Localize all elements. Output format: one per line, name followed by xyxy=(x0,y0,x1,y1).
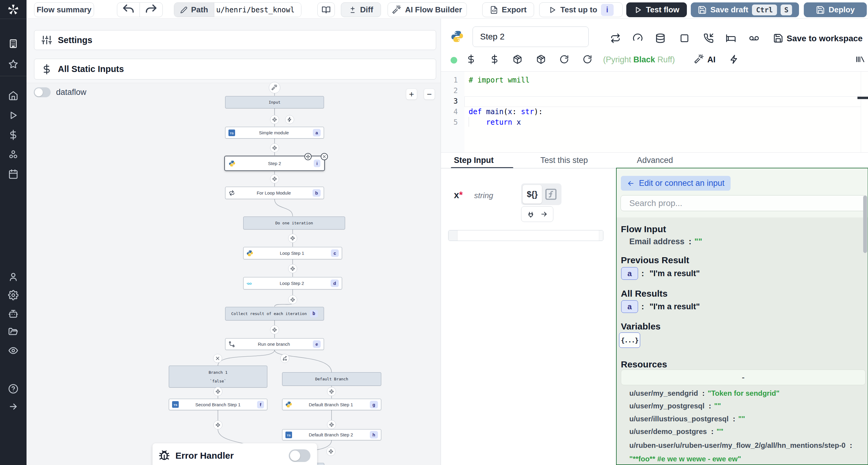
flow-input-row[interactable]: Email address:"" xyxy=(629,237,702,246)
favorites-icon[interactable] xyxy=(8,59,19,69)
expand-sidebar-icon[interactable] xyxy=(8,401,19,412)
package-icon[interactable] xyxy=(513,55,522,64)
previous-result-badge[interactable]: a xyxy=(621,267,638,280)
all-results-value[interactable]: "I'm a result" xyxy=(650,302,700,311)
deploy-button[interactable]: Deploy xyxy=(804,2,867,17)
flow-node-simple[interactable]: TS Simple module a xyxy=(225,127,324,138)
value-expression-input[interactable] xyxy=(448,230,603,241)
audit-logs-icon[interactable] xyxy=(8,345,19,356)
resources-icon[interactable] xyxy=(8,150,19,160)
flow-node-forloop[interactable]: For Loop Module b xyxy=(225,187,324,199)
docs-button[interactable] xyxy=(317,2,335,17)
settings-icon[interactable] xyxy=(8,290,19,300)
flow-node-loop1[interactable]: Loop Step 1 c xyxy=(243,247,342,259)
schedules-icon[interactable] xyxy=(8,169,19,179)
error-handler-bar[interactable]: Error Handler xyxy=(153,443,317,465)
mock-icon[interactable] xyxy=(679,33,689,43)
folders-icon[interactable] xyxy=(8,327,19,337)
expr-mode-button[interactable]: ${} xyxy=(523,185,542,204)
insert-step-icon[interactable] xyxy=(213,387,222,396)
function-mode-icon[interactable] xyxy=(544,188,558,201)
insert-step-icon[interactable] xyxy=(270,115,279,124)
reload-icon[interactable] xyxy=(559,55,569,64)
insert-step-icon[interactable] xyxy=(327,420,336,429)
save-draft-button[interactable]: Save draft Ctrl S xyxy=(691,2,799,17)
resource-row[interactable]: u/user/illustrious_postgresql:"" xyxy=(629,415,745,423)
ai-builder-icon[interactable] xyxy=(269,82,280,93)
diff-button[interactable]: Diff xyxy=(341,2,381,17)
error-handler-toggle[interactable] xyxy=(289,449,310,462)
test-up-to-button[interactable]: Test up to i xyxy=(539,2,623,17)
tab-step-input[interactable]: Step Input xyxy=(454,156,494,165)
path-input[interactable] xyxy=(216,3,301,17)
insert-step-icon[interactable] xyxy=(270,174,279,184)
picker-scrollbar[interactable] xyxy=(863,195,867,253)
path-label-segment[interactable]: Path xyxy=(174,3,214,17)
flow-summary-button[interactable]: Flow summary xyxy=(34,2,94,17)
flow-node-dbs2[interactable]: TS Default Branch Step 2 h xyxy=(282,429,381,440)
instant-preview-icon[interactable] xyxy=(730,55,739,64)
connect-input-button[interactable] xyxy=(521,206,553,222)
insert-step-icon[interactable] xyxy=(327,447,336,456)
flow-node-collect[interactable]: Collect result of each iterationb xyxy=(225,307,324,321)
package-icon[interactable] xyxy=(536,55,546,64)
user-icon[interactable] xyxy=(8,272,19,282)
flow-node-input[interactable]: Input xyxy=(225,96,324,108)
remove-branch-icon[interactable] xyxy=(213,354,222,363)
early-stop-icon[interactable] xyxy=(632,33,643,43)
insert-step-icon[interactable] xyxy=(213,421,222,429)
insert-step-icon[interactable] xyxy=(327,387,336,396)
code-editor[interactable]: 12345 # import wmilldef main(x: str): re… xyxy=(441,71,868,153)
flow-node-doone[interactable]: Do one iteration xyxy=(243,217,345,230)
insert-step-icon[interactable] xyxy=(288,295,297,304)
flow-node-dbs1[interactable]: Default Branch Step 1 g xyxy=(282,399,381,410)
test-flow-button[interactable]: Test flow xyxy=(626,2,687,17)
variable-picker-icon[interactable] xyxy=(466,55,476,64)
save-to-workspace-label[interactable]: Save to workspace xyxy=(786,34,863,43)
insert-step-icon[interactable] xyxy=(288,234,297,243)
delete-step-icon[interactable] xyxy=(321,153,328,160)
workers-icon[interactable] xyxy=(8,309,19,319)
workspace-icon[interactable] xyxy=(8,38,19,49)
sleep-icon[interactable] xyxy=(726,33,736,43)
tab-advanced[interactable]: Advanced xyxy=(637,156,673,165)
resource-row[interactable]: u/user/my_sendgrid:"Token for sendgrid" xyxy=(629,389,779,398)
help-icon[interactable] xyxy=(8,384,19,394)
windmill-logo-icon[interactable] xyxy=(7,4,19,16)
home-icon[interactable] xyxy=(8,90,19,101)
resource-row[interactable]: u/ruben-user/u/ruben-user/my_flow_2/g/al… xyxy=(629,441,855,450)
variables-icon[interactable] xyxy=(8,130,19,140)
redo-icon[interactable] xyxy=(140,3,162,17)
variables-badge[interactable]: {...} xyxy=(619,332,640,348)
resource-row[interactable]: u/user/demo_postgres:"" xyxy=(629,427,723,436)
search-prop-input[interactable]: Search prop... xyxy=(621,195,866,211)
edit-or-connect-button[interactable]: Edit or connect an input xyxy=(621,176,731,191)
resource-picker-icon[interactable] xyxy=(490,55,499,64)
flow-node-defaultb[interactable]: Default Branch xyxy=(282,372,381,386)
script-library-icon[interactable] xyxy=(855,55,865,64)
all-results-badge[interactable]: a xyxy=(621,300,638,313)
suspend-icon[interactable] xyxy=(704,33,714,43)
retry-icon[interactable] xyxy=(610,33,621,43)
ai-label[interactable]: AI xyxy=(707,55,715,64)
flow-node-branch1[interactable]: Branch 1`false` xyxy=(169,366,267,388)
runs-icon[interactable] xyxy=(8,110,19,121)
pipe-icon[interactable] xyxy=(749,33,759,43)
resources-empty-box[interactable]: - xyxy=(621,369,866,385)
save-to-workspace-icon[interactable] xyxy=(773,33,783,43)
step-name-input[interactable]: Step 2 xyxy=(472,27,589,47)
cache-icon[interactable] xyxy=(655,33,665,43)
reload-icon[interactable] xyxy=(583,55,592,64)
undo-icon[interactable] xyxy=(117,3,140,17)
move-step-icon[interactable] xyxy=(304,153,312,160)
resource-row[interactable]: u/user/my_postgresql:"" xyxy=(629,402,721,410)
flow-node-sbs1[interactable]: TS Second Branch Step 1 f xyxy=(169,399,267,410)
flow-node-runone[interactable]: Run one branch e xyxy=(225,338,324,350)
ai-gen-icon[interactable] xyxy=(694,55,704,64)
tab-test-this-step[interactable]: Test this step xyxy=(540,156,588,165)
previous-result-value[interactable]: "I'm a result" xyxy=(650,269,700,278)
trigger-icon[interactable] xyxy=(285,115,294,124)
insert-step-icon[interactable] xyxy=(270,143,279,153)
add-branch-icon[interactable] xyxy=(280,354,289,363)
insert-step-icon[interactable] xyxy=(270,325,279,334)
